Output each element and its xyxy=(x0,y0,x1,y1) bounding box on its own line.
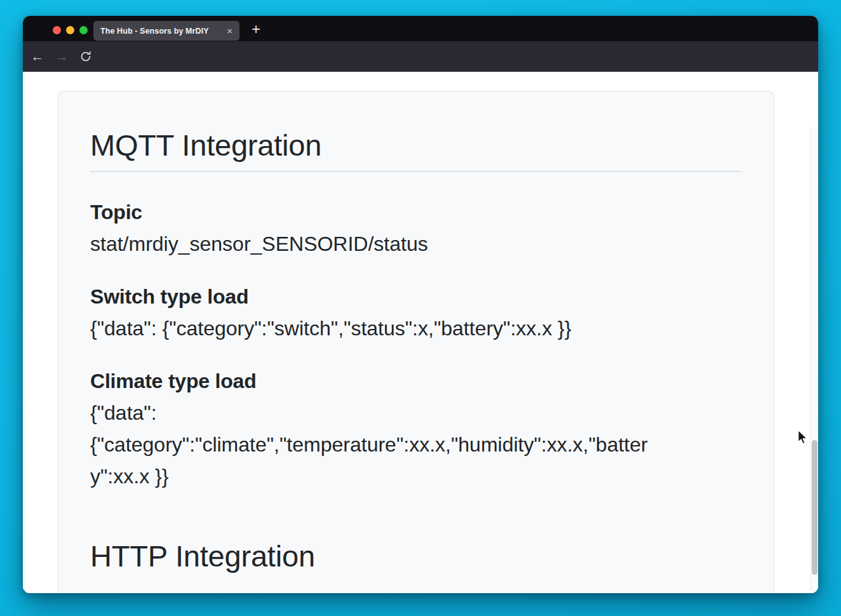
minimize-window-button[interactable] xyxy=(66,26,74,34)
heading-divider xyxy=(90,171,741,172)
switch-load-section: Switch type load {"data": {"category":"s… xyxy=(90,281,741,344)
page-viewport: MQTT Integration Topic stat/mrdiy_sensor… xyxy=(23,72,818,593)
navigation-bar: ← → thehub.local/config 200% xyxy=(23,41,818,72)
climate-load-section: Climate type load {"data": {"category":"… xyxy=(90,365,741,492)
tab-close-icon[interactable]: × xyxy=(225,25,234,36)
climate-load-label: Climate type load xyxy=(90,370,257,392)
forward-icon: → xyxy=(50,41,73,72)
http-integration-heading: HTTP Integration xyxy=(90,538,741,575)
zoom-window-button[interactable] xyxy=(79,26,88,34)
topic-label: Topic xyxy=(90,201,142,224)
page-scrollbar-thumb[interactable] xyxy=(812,440,817,575)
switch-load-label: Switch type load xyxy=(90,285,248,308)
topic-value: stat/mrdiy_sensor_SENSORID/status xyxy=(90,228,654,260)
new-tab-button[interactable]: + xyxy=(246,20,266,39)
switch-load-value: {"data": {"category":"switch","status":x… xyxy=(90,312,654,344)
tab-bar: The Hub - Sensors by MrDIY × + xyxy=(23,16,818,41)
topic-section: Topic stat/mrdiy_sensor_SENSORID/status xyxy=(90,196,741,260)
climate-load-value: {"data": {"category":"climate","temperat… xyxy=(90,397,654,492)
config-card: MQTT Integration Topic stat/mrdiy_sensor… xyxy=(58,91,774,593)
close-window-button[interactable] xyxy=(53,26,61,34)
tab-the-hub[interactable]: The Hub - Sensors by MrDIY × xyxy=(93,21,239,41)
back-icon[interactable]: ← xyxy=(26,41,49,72)
page-scrollbar-track[interactable] xyxy=(811,128,818,593)
reload-icon[interactable] xyxy=(74,41,97,72)
tab-title: The Hub - Sensors by MrDIY xyxy=(100,27,225,36)
mqtt-integration-heading: MQTT Integration xyxy=(90,127,741,164)
browser-window: The Hub - Sensors by MrDIY × + ← → thehu… xyxy=(23,16,818,593)
